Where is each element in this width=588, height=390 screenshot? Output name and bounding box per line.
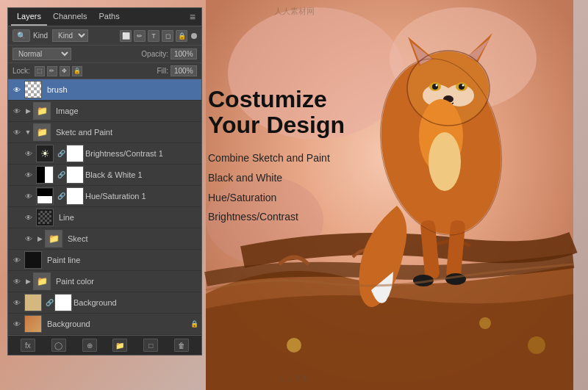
layer-thumb-bw xyxy=(36,166,54,184)
design-list: Combine Sketch and Paint Black and White… xyxy=(208,148,345,226)
layer-name-paint-color: Paint color xyxy=(54,277,198,286)
filter-kind-dropdown[interactable]: Kind xyxy=(52,29,88,42)
filter-row: 🔍 Kind Kind ⬜ ✏ T ◻ 🔒 xyxy=(8,26,201,46)
eye-icon-hue[interactable]: 👁 xyxy=(23,190,35,202)
layer-name-skect: Skect xyxy=(66,234,198,243)
filter-smart-icon[interactable]: 🔒 xyxy=(176,30,187,42)
layer-bw[interactable]: 👁 🔗 Black & White 1 xyxy=(8,165,201,186)
blend-opacity-row: Normal Opacity: 100% xyxy=(8,46,201,63)
filter-toggle-dot[interactable] xyxy=(191,33,197,39)
lock-transparent-icon[interactable]: ⬚ xyxy=(35,66,45,76)
lock-icons: ⬚ ✏ ✥ 🔒 xyxy=(35,66,82,76)
eye-icon-background-color[interactable]: 👁 xyxy=(11,297,23,308)
eye-icon-brush[interactable]: 👁 xyxy=(11,84,23,95)
eye-icon-background-base[interactable]: 👁 xyxy=(11,318,23,330)
layer-hue[interactable]: 👁 🔗 Hue/Saturation 1 xyxy=(8,186,201,207)
filter-shape-icon[interactable]: ◻ xyxy=(162,30,173,42)
panel-tabs: Layers Channels Paths ≡ xyxy=(8,8,201,26)
layers-list: 👁 brush 👁 ▶ 📁 Image 👁 ▼ 📁 Sketc and Pain… xyxy=(8,79,201,335)
design-list-item-3: Hue/Saturation xyxy=(208,188,345,208)
search-icon: 🔍 xyxy=(17,32,26,40)
layer-thumb-line xyxy=(36,209,54,226)
blend-mode-dropdown[interactable]: Normal xyxy=(12,48,71,60)
layer-brush[interactable]: 👁 brush xyxy=(8,79,201,101)
layer-name-sketch-paint: Sketc and Paint xyxy=(54,128,198,137)
svg-point-20 xyxy=(429,132,461,191)
layer-thumb-paint-color: 📁 xyxy=(33,272,51,290)
svg-point-29 xyxy=(528,336,545,354)
layer-paint-line[interactable]: 👁 Paint line xyxy=(8,250,201,271)
fill-input[interactable]: 100% xyxy=(171,65,197,76)
watermark-bottom: 人人素材 xyxy=(278,373,310,384)
new-group-button[interactable]: 📁 xyxy=(112,339,127,352)
eye-icon-image[interactable]: 👁 xyxy=(11,105,23,117)
tab-paths[interactable]: Paths xyxy=(93,8,126,26)
layer-brightness[interactable]: 👁 ☀ 🔗 Brightness/Contrast 1 xyxy=(8,143,201,165)
fx-button[interactable]: fx xyxy=(21,339,35,352)
filter-pixel-icon[interactable]: ⬜ xyxy=(120,30,132,42)
panel-menu-icon[interactable]: ≡ xyxy=(187,10,198,24)
layer-background-color[interactable]: 👁 🔗 Background xyxy=(8,292,201,314)
layer-mask-hue xyxy=(66,187,84,205)
lock-icon-background-base: 🔒 xyxy=(190,320,198,328)
eye-icon-line[interactable]: 👁 xyxy=(23,212,35,223)
layer-name-bw: Black & White 1 xyxy=(84,170,198,179)
expand-icon-image[interactable]: ▶ xyxy=(24,107,32,115)
filter-search[interactable]: 🔍 xyxy=(12,29,30,42)
layer-name-background-color: Background xyxy=(72,298,198,307)
lock-all-icon[interactable]: 🔒 xyxy=(72,66,82,76)
filter-type-icon[interactable]: T xyxy=(148,30,159,42)
layer-name-hue: Hue/Saturation 1 xyxy=(84,192,198,201)
layer-name-brush: brush xyxy=(46,85,198,94)
design-heading: Costumize Your Design xyxy=(208,87,345,138)
opacity-input[interactable]: 100% xyxy=(171,48,197,59)
add-mask-button[interactable]: ◯ xyxy=(51,339,66,352)
layer-name-line: Line xyxy=(57,213,198,222)
lock-position-icon[interactable]: ✥ xyxy=(60,66,70,76)
filter-kind-label: Kind xyxy=(33,32,48,40)
expand-icon-sketch-paint[interactable]: ▼ xyxy=(24,129,32,136)
eye-icon-brightness[interactable]: 👁 xyxy=(23,148,35,159)
layer-name-brightness: Brightness/Contrast 1 xyxy=(84,149,198,158)
layer-thumb-background-color xyxy=(24,294,42,311)
tab-layers[interactable]: Layers xyxy=(11,8,47,26)
layer-skect[interactable]: 👁 ▶ 📁 Skect xyxy=(8,228,201,250)
delete-layer-button[interactable]: 🗑 xyxy=(174,339,189,352)
expand-icon-skect[interactable]: ▶ xyxy=(36,235,43,242)
filter-icons: ⬜ ✏ T ◻ 🔒 xyxy=(120,30,197,42)
svg-point-17 xyxy=(462,84,465,87)
chain-icon-bw: 🔗 xyxy=(57,166,65,184)
layer-thumb-paint-line xyxy=(24,251,42,269)
layer-name-background-base: Background xyxy=(46,319,189,328)
filter-adjustment-icon[interactable]: ✏ xyxy=(134,30,146,42)
panel-bottom-toolbar: fx ◯ ⊕ 📁 □ 🗑 xyxy=(8,335,201,355)
layer-sketch-paint[interactable]: 👁 ▼ 📁 Sketc and Paint xyxy=(8,122,201,143)
watermark-top: 人人素材网 xyxy=(274,6,315,17)
layer-paint-color[interactable]: 👁 ▶ 📁 Paint color xyxy=(8,271,201,292)
svg-point-28 xyxy=(479,317,491,329)
lock-pixels-icon[interactable]: ✏ xyxy=(47,66,57,76)
eye-icon-bw[interactable]: 👁 xyxy=(23,169,35,181)
layers-panel: Layers Channels Paths ≡ 🔍 Kind Kind ⬜ ✏ … xyxy=(7,7,202,355)
layer-thumb-brightness: ☀ xyxy=(36,145,54,162)
fill-field: Fill: 100% xyxy=(157,65,197,76)
tab-channels[interactable]: Channels xyxy=(47,8,93,26)
chain-icon-hue: 🔗 xyxy=(57,187,65,205)
layer-image[interactable]: 👁 ▶ 📁 Image xyxy=(8,101,201,122)
eye-icon-sketch-paint[interactable]: 👁 xyxy=(11,126,23,138)
opacity-label: Opacity: xyxy=(141,50,168,58)
layer-background-base[interactable]: 👁 Background 🔒 xyxy=(8,314,201,335)
eye-icon-paint-line[interactable]: 👁 xyxy=(11,254,23,266)
svg-point-16 xyxy=(436,84,438,87)
eye-icon-skect[interactable]: 👁 xyxy=(23,233,35,245)
adjustment-layer-button[interactable]: ⊕ xyxy=(82,339,97,352)
new-layer-button[interactable]: □ xyxy=(143,339,158,352)
expand-icon-paint-color[interactable]: ▶ xyxy=(24,278,32,285)
layer-mask-brightness xyxy=(66,145,84,162)
lock-fill-row: Lock: ⬚ ✏ ✥ 🔒 Fill: 100% xyxy=(8,63,201,79)
design-list-item-1: Combine Sketch and Paint xyxy=(208,148,345,168)
layer-mask-bw xyxy=(66,166,84,184)
layer-mask-background-color xyxy=(54,294,72,311)
layer-line[interactable]: 👁 Line xyxy=(8,207,201,228)
eye-icon-paint-color[interactable]: 👁 xyxy=(11,275,23,287)
